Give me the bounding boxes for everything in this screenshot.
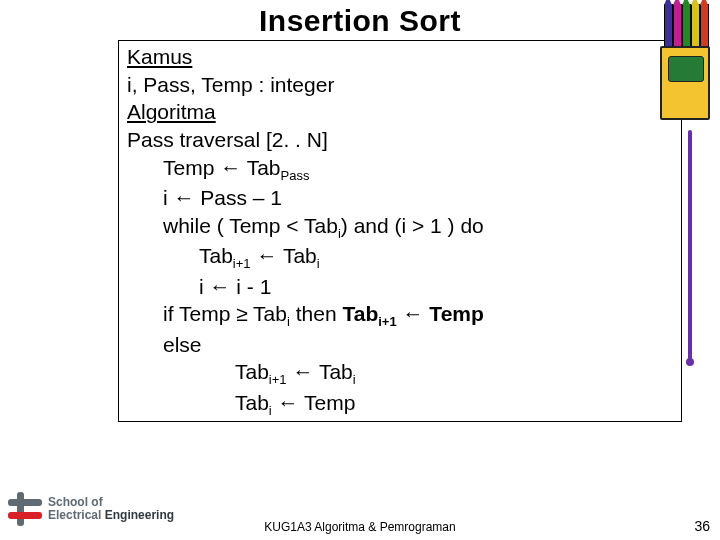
kamus-heading: Kamus (127, 45, 192, 68)
algoritma-heading: Algoritma (127, 100, 216, 123)
line-temp-assign: Temp ← TabPass (127, 154, 673, 184)
logo-text: School of Electrical Engineering (48, 496, 174, 521)
line-else-assign: Tabi ← Temp (127, 389, 673, 419)
line-if: if Temp ≥ Tabi then Tabi+1 ← Temp (127, 300, 673, 330)
line-body-dec: i ← i - 1 (127, 273, 673, 301)
footer-text: KUG1A3 Algoritma & Pemrograman (0, 520, 720, 534)
page-title: Insertion Sort (0, 4, 720, 38)
kamus-declaration: i, Pass, Temp : integer (127, 71, 673, 99)
line-else-shift: Tabi+1 ← Tabi (127, 358, 673, 388)
line-pass-traversal: Pass traversal [2. . N] (127, 126, 673, 154)
page-number: 36 (694, 518, 710, 534)
algorithm-box: Kamus i, Pass, Temp : integer Algoritma … (118, 40, 682, 422)
crayon-box-icon (660, 2, 708, 122)
line-else: else (127, 331, 673, 359)
line-body-shift: Tabi+1 ← Tabi (127, 242, 673, 272)
line-while: while ( Temp < Tabi) and (i > 1 ) do (127, 212, 673, 242)
line-i-assign: i ← Pass – 1 (127, 184, 673, 212)
crayon-stroke-icon (688, 130, 692, 360)
